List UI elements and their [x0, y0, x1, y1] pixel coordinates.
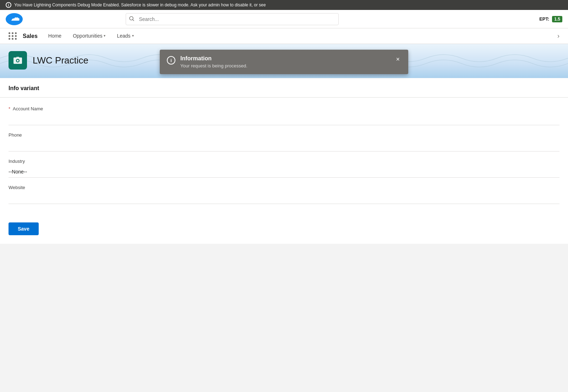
- website-field: Website: [9, 185, 559, 204]
- debug-banner-text: You Have Lightning Components Debug Mode…: [14, 2, 266, 7]
- nav-and-toast-container: Sales Home Opportunities ▾ Leads ▾ › i I…: [0, 28, 568, 44]
- dot: [9, 35, 10, 37]
- nav-item-opportunities[interactable]: Opportunities ▾: [68, 28, 110, 44]
- dot: [12, 38, 13, 40]
- svg-rect-6: [16, 57, 19, 58]
- search-input[interactable]: [126, 13, 339, 25]
- svg-line-2: [133, 20, 134, 21]
- dot: [12, 35, 13, 37]
- phone-label: Phone: [9, 132, 559, 138]
- account-name-field: * Account Name: [9, 106, 559, 125]
- main-content: Info variant * Account Name Phone Indust…: [0, 78, 568, 244]
- dot: [15, 32, 17, 34]
- nav-item-leads[interactable]: Leads ▾: [112, 28, 138, 44]
- search-icon: [129, 16, 134, 22]
- nav-item-home[interactable]: Home: [43, 28, 66, 44]
- leads-chevron-icon: ▾: [132, 34, 134, 38]
- nav-more-button[interactable]: ›: [555, 32, 562, 40]
- nav-item-home-label: Home: [48, 33, 61, 39]
- opportunities-chevron-icon: ▾: [104, 34, 105, 38]
- account-name-input[interactable]: [9, 114, 559, 125]
- top-nav-right: EPT: 1.5: [539, 16, 562, 22]
- nav-item-opportunities-label: Opportunities: [73, 33, 102, 39]
- app-switcher-button[interactable]: [6, 29, 20, 43]
- toast-message: Your request is being processed.: [180, 63, 389, 68]
- industry-field: Industry --None-- Agriculture Banking Te…: [9, 159, 559, 178]
- info-toast: i Information Your request is being proc…: [160, 50, 408, 74]
- dot: [12, 32, 13, 34]
- account-name-label: * Account Name: [9, 106, 559, 111]
- app-name: Sales: [21, 33, 38, 39]
- toast-overlay: i Information Your request is being proc…: [160, 50, 408, 74]
- debug-info-icon: i: [6, 2, 11, 8]
- toast-info-icon: i: [167, 56, 175, 65]
- ept-badge: 1.5: [552, 16, 562, 22]
- ept-label: EPT:: [539, 16, 549, 22]
- toast-content: Information Your request is being proces…: [180, 55, 389, 68]
- svg-point-5: [17, 60, 19, 62]
- phone-field: Phone: [9, 132, 559, 151]
- search-bar: [126, 13, 339, 25]
- dot: [9, 32, 10, 34]
- dot: [9, 38, 10, 40]
- form-section: * Account Name Phone Industry --None-- A…: [0, 98, 568, 220]
- phone-input[interactable]: [9, 140, 559, 151]
- top-nav: EPT: 1.5: [0, 10, 568, 28]
- page-title: LWC Practice: [33, 55, 88, 66]
- page-icon: [9, 51, 27, 70]
- app-nav: Sales Home Opportunities ▾ Leads ▾ ›: [0, 28, 568, 44]
- form-section-title: Info variant: [0, 78, 568, 98]
- salesforce-logo[interactable]: [6, 13, 23, 25]
- toast-title: Information: [180, 55, 389, 62]
- dot: [15, 38, 17, 40]
- debug-banner: i You Have Lightning Components Debug Mo…: [0, 0, 568, 10]
- required-indicator: *: [9, 106, 10, 111]
- industry-label: Industry: [9, 159, 559, 164]
- website-input[interactable]: [9, 192, 559, 204]
- dot: [15, 35, 17, 37]
- industry-select[interactable]: --None-- Agriculture Banking Technology …: [9, 166, 559, 178]
- nav-item-leads-label: Leads: [117, 33, 130, 39]
- toast-close-button[interactable]: ×: [394, 55, 401, 63]
- save-button[interactable]: Save: [9, 222, 39, 235]
- website-label: Website: [9, 185, 559, 190]
